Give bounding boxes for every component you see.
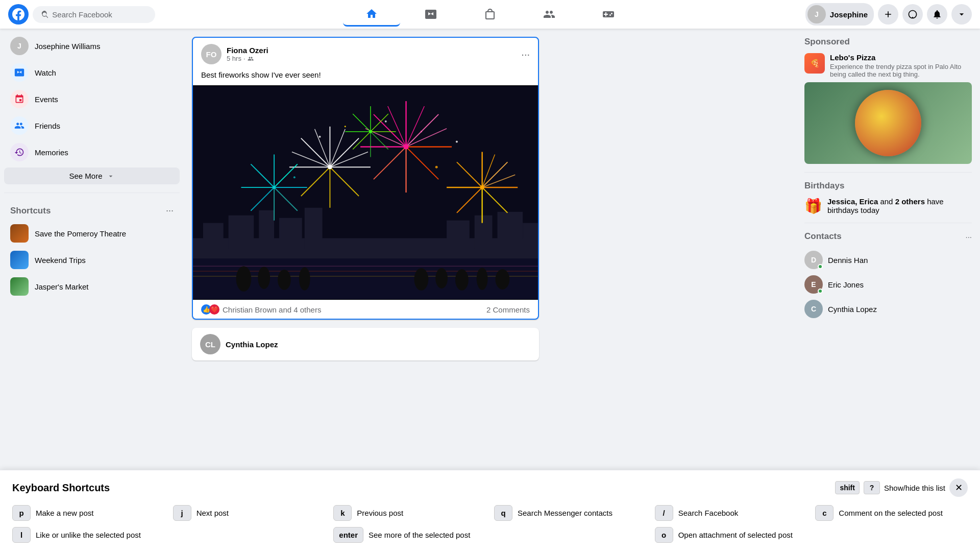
shortcut-jasper[interactable]: Jasper's Market bbox=[4, 273, 180, 300]
keyboard-shortcuts-overlay: Keyboard Shortcuts shift ? Show/hide thi… bbox=[0, 470, 980, 551]
shortcuts-row-1: p Make a new post j Next post k Previous… bbox=[12, 505, 968, 521]
sidebar-item-watch[interactable]: Watch bbox=[4, 59, 180, 86]
svg-point-79 bbox=[278, 270, 291, 290]
sidebar-item-friends[interactable]: Friends bbox=[4, 112, 180, 139]
post-card: FO Fiona Ozeri 5 hrs · ··· Best firework… bbox=[192, 37, 539, 320]
svg-point-72 bbox=[385, 121, 387, 123]
birthday-count: 2 others bbox=[895, 197, 925, 206]
svg-point-74 bbox=[456, 141, 458, 143]
key-p: p bbox=[12, 505, 31, 521]
jasper-label: Jasper's Market bbox=[35, 282, 88, 291]
ad-logo[interactable]: 🍕 bbox=[804, 53, 825, 74]
contacts-more-button[interactable]: ··· bbox=[965, 232, 972, 241]
post-more-button[interactable]: ··· bbox=[521, 49, 530, 60]
shortcut-trips[interactable]: Weekend Trips bbox=[4, 247, 180, 273]
watch-label: Watch bbox=[35, 68, 56, 77]
shortcuts-more-button[interactable]: ··· bbox=[166, 205, 174, 216]
nav-gaming-button[interactable] bbox=[580, 2, 637, 27]
svg-rect-9 bbox=[497, 212, 523, 249]
post-avatar[interactable]: FO bbox=[201, 44, 222, 64]
post-user-name[interactable]: Fiona Ozeri bbox=[227, 46, 268, 55]
topnav-center bbox=[182, 2, 798, 27]
svg-point-84 bbox=[477, 268, 488, 290]
post-meta: 5 hrs · bbox=[227, 55, 268, 62]
messenger-button[interactable] bbox=[902, 4, 923, 25]
add-button[interactable] bbox=[878, 4, 898, 25]
svg-rect-8 bbox=[475, 215, 493, 249]
pomeroy-label: Save the Pomeroy Theatre bbox=[35, 229, 126, 238]
contact-eric[interactable]: E Eric Jones bbox=[804, 272, 972, 297]
user-name: Josephine bbox=[830, 10, 868, 19]
shortcut-k: k Previous post bbox=[333, 505, 486, 521]
sponsored-title: Sponsored bbox=[804, 37, 972, 47]
notifications-button[interactable] bbox=[927, 4, 947, 25]
nav-home-button[interactable] bbox=[343, 2, 400, 27]
shortcut-j: j Next post bbox=[173, 505, 326, 521]
contact-dennis[interactable]: D Dennis Han bbox=[804, 248, 972, 272]
second-post-partial: CL Cynthia Lopez bbox=[192, 328, 539, 361]
topnav-left bbox=[8, 4, 182, 25]
watch-icon bbox=[10, 63, 29, 82]
post-user-details: Fiona Ozeri 5 hrs · bbox=[227, 46, 268, 62]
post-image[interactable] bbox=[193, 85, 538, 300]
shortcuts-grid: p Make a new post j Next post k Previous… bbox=[12, 505, 968, 543]
svg-point-71 bbox=[345, 126, 346, 127]
svg-rect-7 bbox=[447, 221, 470, 249]
user-profile-button[interactable]: J Josephine bbox=[805, 3, 874, 26]
nav-groups-button[interactable] bbox=[521, 2, 578, 27]
svg-point-70 bbox=[319, 136, 321, 138]
shortcuts-right: shift ? Show/hide this list ✕ bbox=[835, 478, 968, 497]
desc-slash: Search Facebook bbox=[678, 509, 739, 517]
sidebar-item-memories[interactable]: Memories bbox=[4, 139, 180, 165]
shortcut-pomeroy[interactable]: Save the Pomeroy Theatre bbox=[4, 220, 180, 247]
shortcuts-header: Shortcuts ··· bbox=[4, 201, 180, 220]
friends-icon bbox=[10, 116, 29, 135]
shift-key-badge: shift bbox=[835, 481, 860, 494]
nav-marketplace-button[interactable] bbox=[461, 2, 519, 27]
topnav-right: J Josephine bbox=[798, 3, 972, 26]
comments-count[interactable]: 2 Comments bbox=[486, 305, 530, 314]
ad-image[interactable] bbox=[804, 82, 972, 164]
desc-j: Next post bbox=[197, 509, 229, 517]
ad-details: Lebo's Pizza Experience the trendy pizza… bbox=[830, 53, 972, 78]
search-input[interactable] bbox=[52, 10, 147, 19]
reactions-left[interactable]: 👍 ❤️ Christian Brown and 4 others bbox=[201, 304, 321, 315]
show-hide-label: Show/hide this list bbox=[884, 484, 945, 492]
top-navigation: J Josephine bbox=[0, 0, 980, 29]
sidebar-item-profile[interactable]: J Josephine Williams bbox=[4, 33, 180, 59]
sidebar-item-events[interactable]: Events bbox=[4, 86, 180, 112]
desc-o: Open attachment of selected post bbox=[678, 531, 793, 539]
key-j: j bbox=[173, 505, 191, 521]
key-enter: enter bbox=[333, 527, 363, 543]
memories-label: Memories bbox=[35, 148, 68, 157]
key-l: l bbox=[12, 527, 31, 543]
svg-rect-4 bbox=[259, 210, 274, 249]
svg-point-76 bbox=[435, 166, 438, 169]
svg-point-75 bbox=[293, 176, 296, 178]
post-time: 5 hrs bbox=[227, 55, 241, 62]
reaction-names: Christian Brown and 4 others bbox=[223, 305, 321, 314]
shortcut-slash: / Search Facebook bbox=[655, 505, 807, 521]
search-bar[interactable] bbox=[33, 6, 155, 23]
shortcut-l: l Like or unlike the selected post bbox=[12, 527, 325, 543]
shortcuts-header: Keyboard Shortcuts shift ? Show/hide thi… bbox=[12, 478, 968, 497]
menu-button[interactable] bbox=[951, 4, 972, 25]
desc-l: Like or unlike the selected post bbox=[36, 531, 141, 539]
love-reaction-icon: ❤️ bbox=[209, 304, 219, 315]
key-c: c bbox=[815, 505, 834, 521]
facebook-logo[interactable] bbox=[8, 4, 29, 25]
nav-watch-button[interactable] bbox=[402, 2, 459, 27]
see-more-button[interactable]: See More bbox=[4, 167, 180, 184]
see-more-label: See More bbox=[69, 172, 102, 180]
svg-rect-3 bbox=[229, 215, 254, 249]
close-shortcuts-button[interactable]: ✕ bbox=[949, 478, 968, 497]
ad-name[interactable]: Lebo's Pizza bbox=[830, 53, 972, 62]
post-user-info: FO Fiona Ozeri 5 hrs · bbox=[201, 44, 268, 64]
jasper-img bbox=[10, 277, 29, 296]
svg-rect-6 bbox=[305, 208, 323, 249]
pomeroy-img bbox=[10, 224, 29, 243]
ad-info: 🍕 Lebo's Pizza Experience the trendy piz… bbox=[804, 53, 972, 78]
birthday-icon: 🎁 bbox=[804, 198, 822, 214]
contact-cynthia[interactable]: C Cynthia Lopez bbox=[804, 297, 972, 321]
birthdays-title: Birthdays bbox=[804, 181, 972, 191]
